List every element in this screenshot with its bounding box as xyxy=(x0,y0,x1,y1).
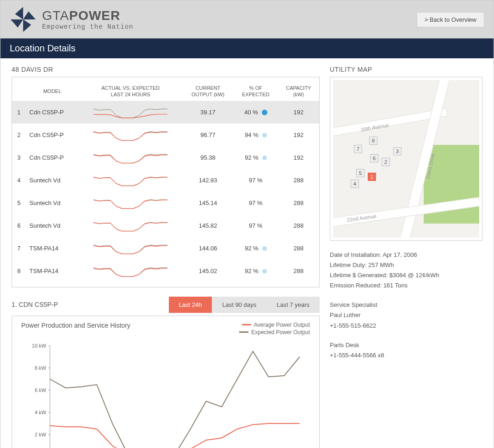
col-pct: % OF EXPECTED xyxy=(234,82,278,101)
col-capacity: CAPACITY (kW) xyxy=(278,82,319,101)
svg-text:10 kW: 10 kW xyxy=(32,343,47,348)
utility-map[interactable]: 25th Avenue Davis Drive 22nd Avenue 1234… xyxy=(330,77,482,241)
map-heading: UTILITY MAP xyxy=(330,66,482,73)
power-chart: 0 kW2 kW4 kW6 kW8 kW10 kW2 PM4 PM6 PM8 P… xyxy=(21,341,310,448)
logo-title: GTAPOWER xyxy=(42,8,133,23)
time-range-button[interactable]: Last 24h xyxy=(169,297,212,313)
map-marker[interactable]: 3 xyxy=(393,147,401,156)
back-to-overview-button[interactable]: > Back to Overview xyxy=(417,12,484,27)
chart-title: Power Production and Service History xyxy=(21,322,130,336)
table-row[interactable]: 3Cdn CS5P-P 95.3892 % 192 xyxy=(12,146,319,169)
col-model: MODEL xyxy=(26,82,79,101)
svg-text:4 kW: 4 kW xyxy=(35,410,47,415)
map-marker[interactable]: 4 xyxy=(351,180,359,188)
time-range-button[interactable]: Last 90 days xyxy=(212,297,266,313)
svg-text:2 kW: 2 kW xyxy=(35,432,47,437)
detail-title: 1. CDN CS5P-P xyxy=(12,301,58,308)
time-range-buttons: Last 24hLast 90 daysLast 7 years xyxy=(169,297,320,313)
chart-container: Power Production and Service History Ave… xyxy=(12,316,320,448)
map-marker[interactable]: 5 xyxy=(356,169,364,177)
map-marker[interactable]: 2 xyxy=(382,158,390,166)
location-heading: 48 DAVIS DR xyxy=(12,66,320,73)
table-row[interactable]: 6Suntech Vd 145.8297 % 288 xyxy=(12,214,319,237)
chart-legend: Average Power Output Expected Power Outp… xyxy=(239,322,310,336)
svg-text:6 kW: 6 kW xyxy=(35,387,47,393)
col-output: CURRENT OUTPUT (kW) xyxy=(182,82,234,101)
logo: GTAPOWER Empowering the Nation xyxy=(10,6,133,33)
pinwheel-icon xyxy=(10,6,37,33)
page-title: Location Details xyxy=(0,38,494,58)
map-marker[interactable]: 8 xyxy=(369,137,377,145)
panels-table: MODEL ACTUAL VS. EXPECTED LAST 24 HOURS … xyxy=(12,77,320,287)
map-marker[interactable]: 6 xyxy=(370,154,378,162)
col-actual: ACTUAL VS. EXPECTED LAST 24 HOURS xyxy=(79,82,182,101)
time-range-button[interactable]: Last 7 years xyxy=(266,297,320,313)
header: GTAPOWER Empowering the Nation > Back to… xyxy=(0,0,494,38)
table-row[interactable]: 1Cdn CS5P-P 39.1740 % 192 xyxy=(12,101,319,124)
map-marker[interactable]: 7 xyxy=(354,145,362,153)
map-marker[interactable]: 1 xyxy=(368,173,376,181)
table-row[interactable]: 4Suntech Vd 142.9397 % 288 xyxy=(12,169,319,192)
logo-subtitle: Empowering the Nation xyxy=(42,23,133,31)
table-row[interactable]: 8TSM-PA14 145.0292 % 288 xyxy=(12,260,319,282)
info-block: Date of Installation: Apr 17, 2006 Lifet… xyxy=(330,250,482,361)
table-row[interactable]: 2Cdn CS5P-P 96.7794 % 192 xyxy=(12,124,319,146)
svg-text:8 kW: 8 kW xyxy=(35,365,47,371)
table-row[interactable]: 7TSM-PA14 144.0692 % 288 xyxy=(12,237,319,260)
table-row[interactable]: 5Suntech Vd 145.1497 % 288 xyxy=(12,192,319,214)
